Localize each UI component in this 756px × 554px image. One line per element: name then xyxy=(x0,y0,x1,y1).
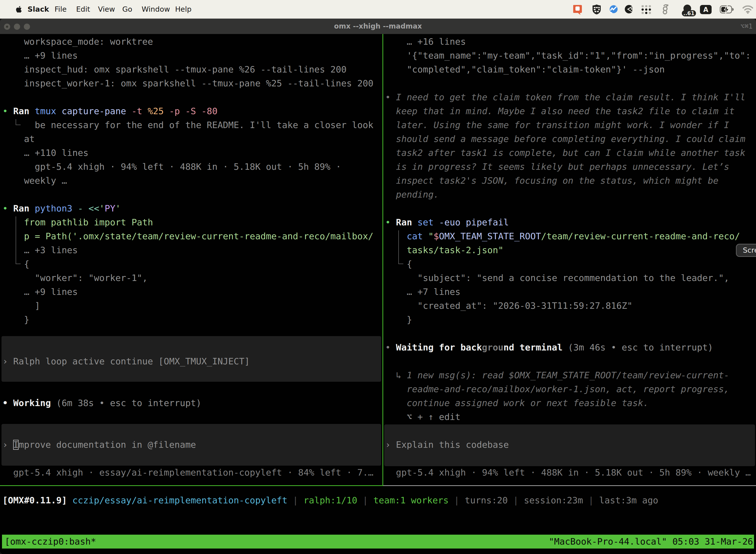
terminal-text: is in progress? It seems likely but perh… xyxy=(396,160,729,174)
right-pane-row: •I need to get the claim token from the … xyxy=(0,90,756,104)
terminal-text: $ xyxy=(434,229,439,243)
right-pane-row: pending. xyxy=(0,188,756,202)
terminal-text: | xyxy=(293,493,298,507)
right-pane-row: •Waiting for background terminal(3m 46s … xyxy=(0,340,756,354)
terminal-text: nd terminal xyxy=(504,340,563,354)
terminal-text: team:1 workers xyxy=(373,493,448,507)
right-pane-row: inspect task2's JSON, focusing on the st… xyxy=(0,174,756,188)
right-pane-row: keep that in mind. Maybe I also need the… xyxy=(0,104,756,118)
input-source-label: A xyxy=(703,6,708,13)
window-titlebar[interactable]: omx --xhigh --madmax ⌥⌘1 xyxy=(0,19,756,34)
wireshark-dragon-icon[interactable] xyxy=(662,4,669,15)
terminal-text: ' xyxy=(115,202,121,215)
right-pane-row: ⌥ + ↑ edit xyxy=(0,410,756,424)
terminal-text: cat xyxy=(407,229,423,243)
inactive-pane-bottom-border xyxy=(383,485,756,486)
terminal-text: should send a message before completing … xyxy=(396,132,745,146)
right-pane-row: '{"team_name":"my-team","task_id":"1","f… xyxy=(0,49,756,63)
terminal-text: grou xyxy=(482,340,504,354)
terminal-text: "subject": "send a concise recommendatio… xyxy=(418,271,729,285)
wifi-icon[interactable] xyxy=(742,5,754,14)
terminal-text: • xyxy=(385,90,391,104)
right-pane-row: •Ranset-euopipefail xyxy=(0,215,756,229)
battery-charging-icon[interactable] xyxy=(720,5,734,14)
terminal-text: Ralph loop active continue [OMX_TMUX_INJ… xyxy=(13,354,250,368)
terminal-text: turns:20 xyxy=(465,493,508,507)
left-pane-row: inspect_worker-1: omx sparkshell --tmux-… xyxy=(0,76,756,90)
terminal-text: readme-and-reco/mailbox/worker-1.json, a… xyxy=(407,382,729,396)
terminal-text: Explain this codebase xyxy=(396,438,509,452)
right-pane-row: continue assigned work or next feasible … xyxy=(0,396,756,410)
terminal-text: pipefail xyxy=(466,215,509,229)
shield-grid-icon[interactable] xyxy=(592,4,601,14)
terminal-text: << xyxy=(88,202,99,215)
right-pane-row: "completed","claim_token":"claim-token"}… xyxy=(0,63,756,76)
terminal-text: … +7 lines xyxy=(407,285,460,299)
right-pane-row: cat"$OMX_TEAM_STATE_ROOT/team/review-cur… xyxy=(0,229,756,243)
right-pane-row: should send a message before completing … xyxy=(0,132,756,146)
terminal-text: (3m 46s • esc to interrupt) xyxy=(568,340,713,354)
terminal-text: Waiting for back xyxy=(396,340,482,354)
input-source-icon[interactable]: A xyxy=(700,5,712,14)
battery-badge-label: ..61 xyxy=(683,10,694,16)
window-shortcut-badge: ⌥⌘1 xyxy=(740,19,753,34)
terminal-text: '{"team_name":"my-team","task_id":"1","f… xyxy=(407,49,751,63)
terminal-text: › xyxy=(2,354,8,368)
terminal-text: 1 new msg(s): read $OMX_TEAM_STATE_ROOT/… xyxy=(407,368,729,382)
tmux-status-bar: [omx-cczip0:bash* "MacBook-Pro-44.local"… xyxy=(2,535,754,549)
menu-status-icons: ..61 A xyxy=(0,0,756,19)
right-pane-row: readme-and-reco/mailbox/worker-1.json, a… xyxy=(0,382,756,396)
right-pane-row: later. Using the same for transition mig… xyxy=(0,118,756,132)
terminal-text: cczip/essay/ai-reimplementation-copyleft xyxy=(72,493,288,507)
terminal-text: /team/review-current-readme-and-reco/ xyxy=(541,229,740,243)
terminal-text: { xyxy=(407,257,412,271)
terminal-text: OMX_TEAM_STATE_ROOT xyxy=(439,229,541,243)
right-pane-row: tasks/task-2.json" xyxy=(0,243,756,257)
recording-indicator-icon[interactable] xyxy=(573,4,583,15)
terminal-text: set xyxy=(418,215,434,229)
left-pane-row: ›Ralph loop active continue [OMX_TMUX_IN… xyxy=(0,354,756,368)
terminal-text: Ran xyxy=(13,202,29,215)
dots-grid-icon[interactable] xyxy=(641,5,651,14)
battery-badge-icon[interactable]: ..61 xyxy=(681,4,697,17)
terminal-text: inspect task2's JSON, focusing on the st… xyxy=(396,174,718,188)
terminal-text: … +16 lines xyxy=(407,35,466,49)
terminal-text: inspect_worker-1: omx sparkshell --tmux-… xyxy=(24,76,374,90)
screen-share-pill-label: Scre xyxy=(743,246,756,255)
menu-bar: SlackFileEditViewGoWindowHelp xyxy=(0,0,756,19)
right-pane-row: gpt-5.4 xhigh · 94% left · 488K in · 5.1… xyxy=(0,466,756,480)
window-title: omx --xhigh --madmax xyxy=(0,19,756,34)
terminal-text: last:3m ago xyxy=(599,493,658,507)
terminal-text: later. Using the same for transition mig… xyxy=(396,118,729,132)
right-pane-row: ↳1 new msg(s): read $OMX_TEAM_STATE_ROOT… xyxy=(0,368,756,382)
shutter-icon[interactable] xyxy=(625,5,634,14)
terminal-text: ↳ xyxy=(396,368,401,382)
sync-progress-icon[interactable] xyxy=(610,5,618,14)
terminal-text: -euo xyxy=(439,215,460,229)
terminal-text: PY xyxy=(105,202,115,215)
terminal-text: • xyxy=(385,340,391,354)
right-pane-row: } xyxy=(0,313,756,327)
right-pane-row: ›Explain this codebase xyxy=(0,438,756,452)
terminal-text: | xyxy=(588,493,594,507)
terminal-text: • xyxy=(385,215,391,229)
terminal-text: task2 after task1 is complete, but can I… xyxy=(396,146,745,160)
terminal-content: workspace_mode: worktree… +9 linesinspec… xyxy=(0,34,756,554)
screen-share-pill[interactable]: Scre xyxy=(736,244,756,257)
terminal-text: python3 xyxy=(35,202,72,215)
terminal-text: gpt-5.4 xhigh · 94% left · 488K in · 5.1… xyxy=(396,466,751,480)
terminal-text: continue assigned work or next feasible … xyxy=(407,396,649,410)
right-pane-row: task2 after task1 is complete, but can I… xyxy=(0,146,756,160)
right-pane-row: "subject": "send a concise recommendatio… xyxy=(0,271,756,285)
active-pane-bottom-border xyxy=(0,485,383,486)
tmux-host-clock: "MacBook-Pro-44.local" 05:03 31-Mar-26 xyxy=(549,535,753,549)
terminal-text: ⌥ + ↑ edit xyxy=(407,410,460,424)
right-pane-row: "created_at": "2026-03-31T11:59:27.816Z" xyxy=(0,299,756,313)
terminal-text: session:23m xyxy=(524,493,583,507)
terminal-text: ' xyxy=(99,202,105,215)
terminal-text: | xyxy=(513,493,519,507)
terminal-text: • xyxy=(2,202,8,215)
terminal-text: › xyxy=(385,438,391,452)
terminal-text: "created_at": "2026-03-31T11:59:27.816Z" xyxy=(418,299,632,313)
left-pane-row: •Ranpython3-<<'PY' xyxy=(0,202,756,215)
